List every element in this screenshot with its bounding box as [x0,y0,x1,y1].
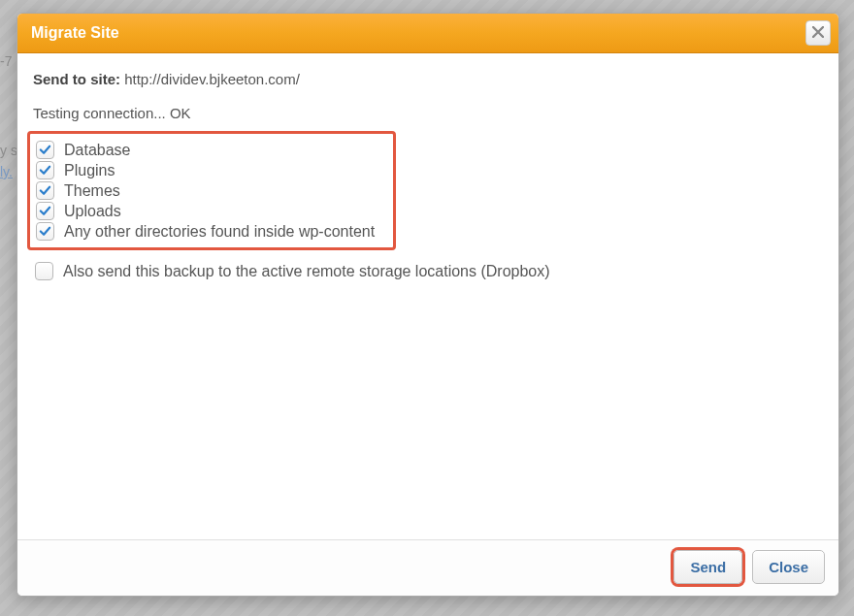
send-button[interactable]: Send [673,550,742,584]
checkbox-plugins[interactable] [36,161,54,179]
dialog-titlebar: Migrate Site [17,14,838,53]
option-other-wpcontent: Any other directories found inside wp-co… [36,222,385,241]
checkbox-other-wpcontent[interactable] [36,222,54,241]
option-uploads: Uploads [36,202,385,220]
option-label: Plugins [64,162,115,179]
option-label: Any other directories found inside wp-co… [64,223,375,241]
option-remote-storage: Also send this backup to the active remo… [33,262,823,280]
send-to-label: Send to site: [33,71,120,87]
migrate-site-dialog: Migrate Site Send to site: http://divide… [16,13,839,597]
option-plugins: Plugins [36,161,385,179]
check-icon [39,164,51,177]
option-label: Themes [64,182,120,200]
connection-test-status: Testing connection... OK [33,105,823,121]
send-button-highlight: Send [673,550,742,584]
check-icon [39,205,51,217]
close-button[interactable]: Close [752,550,825,584]
option-themes: Themes [36,181,385,200]
option-label: Database [64,142,131,159]
check-icon [39,144,51,156]
option-label: Also send this backup to the active remo… [63,263,550,280]
check-icon [39,225,51,238]
dialog-title: Migrate Site [31,24,119,42]
send-to-url: http://dividev.bjkeeton.com/ [124,71,300,87]
close-icon [812,24,824,42]
checkbox-database[interactable] [36,141,54,159]
checkbox-uploads[interactable] [36,202,54,220]
dialog-footer: Send Close [17,539,838,596]
option-database: Database [36,141,385,159]
checkbox-remote-storage[interactable] [35,262,53,280]
dialog-close-button[interactable] [805,20,831,46]
dialog-body: Send to site: http://dividev.bjkeeton.co… [17,53,838,539]
options-highlight-box: Database Plugins Themes Uploads [27,131,396,250]
checkbox-themes[interactable] [36,181,54,200]
check-icon [39,184,51,197]
option-label: Uploads [64,203,121,220]
send-to-row: Send to site: http://dividev.bjkeeton.co… [33,71,823,87]
